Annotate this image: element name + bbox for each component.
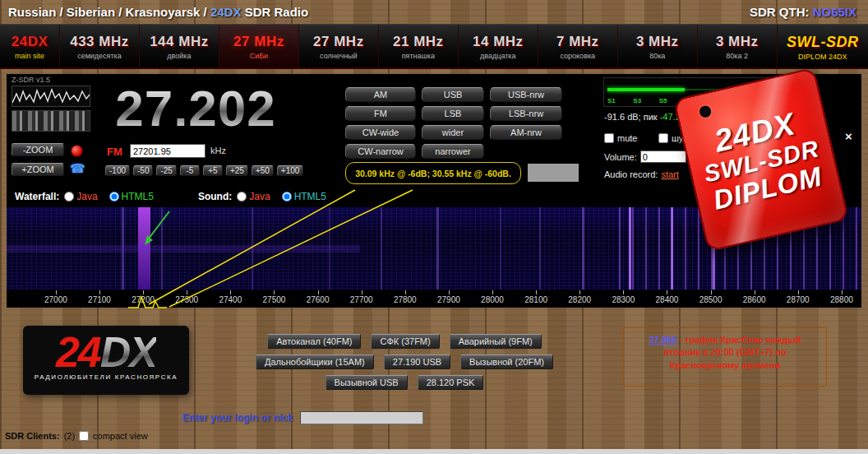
diploma-line2: SWL-SDR xyxy=(702,136,822,188)
nav-tab-24dx-main[interactable]: 24DX main site xyxy=(0,25,60,67)
nav-tab-sublabel: 80ка 2 xyxy=(726,52,748,60)
title-path: Russian / Siberian / Krasnoyarsk / xyxy=(8,5,207,19)
record-button[interactable] xyxy=(71,145,83,157)
preset-row: Вызывной USB 28.120 PSK xyxy=(235,375,574,390)
mode-button-usb-nrw[interactable]: USB-nrw xyxy=(490,87,562,102)
nav-tab-3mhz-80m[interactable]: 3 MHz 80ка xyxy=(618,25,698,67)
preset-row: Автоканал (40FM) СФК (37FM) Аварийный (9… xyxy=(235,334,574,349)
waterfall-html5-option[interactable]: HTML5 xyxy=(109,191,154,202)
title-brand: 24DX xyxy=(210,5,242,19)
mode-button-am-nrw[interactable]: AM-nrw xyxy=(490,125,562,140)
waterfall-java-label: Java xyxy=(76,191,97,202)
phone-icon[interactable]: ☎ xyxy=(70,161,85,176)
login-row: Enter your login or nick xyxy=(182,411,423,424)
sound-html5-label: HTML5 xyxy=(294,191,326,202)
noise-band xyxy=(7,245,360,252)
bandwidth-wider-button[interactable]: wider xyxy=(422,125,484,140)
qth-value-link[interactable]: NO65IX xyxy=(813,5,856,19)
level-db-value: -91.6 dB; xyxy=(604,112,641,122)
frequency-input[interactable] xyxy=(130,144,205,158)
scale-tick: 28200 xyxy=(568,295,591,308)
mode-button-fm[interactable]: FM xyxy=(345,106,416,121)
s-meter-signal-bar xyxy=(607,88,685,91)
volume-input[interactable] xyxy=(640,151,686,163)
mute-checkbox[interactable] xyxy=(604,133,614,143)
preset-calling-20fm[interactable]: Вызывной (20FM) xyxy=(460,354,553,369)
signal-trace xyxy=(436,207,439,290)
nav-tab-swl-sdr[interactable]: SWL-SDR DIPLOM 24DX xyxy=(778,25,868,67)
step-button-plus-50[interactable]: +50 xyxy=(252,165,274,176)
nav-tab-27mhz-cb[interactable]: 27 MHz СиБи xyxy=(219,25,299,67)
nav-tab-14mhz[interactable]: 14 MHz двадцатка xyxy=(459,25,538,67)
signal-trace xyxy=(582,207,584,290)
waterfall-java-option[interactable]: Java xyxy=(64,191,97,202)
audio-record-start-link[interactable]: start xyxy=(661,169,678,179)
nav-tab-27mhz-solar[interactable]: 27 MHz солнечный xyxy=(299,25,379,67)
preset-calling-usb[interactable]: Вызывной USB xyxy=(326,375,408,390)
login-input[interactable] xyxy=(300,411,423,424)
nav-tab-label: 3 MHz xyxy=(716,34,759,50)
mode-button-usb[interactable]: USB xyxy=(422,87,484,102)
scale-tick: 28100 xyxy=(524,295,547,308)
compact-view-label: compact view xyxy=(93,431,148,441)
sound-html5-radio[interactable] xyxy=(282,192,292,202)
sdr-version-label: Z-SDR v1.5 xyxy=(12,76,50,84)
notice-frequency-link[interactable]: 27.065 xyxy=(649,335,677,345)
mode-button-cw-wide[interactable]: CW-wide xyxy=(345,125,416,140)
preset-truckers-15am[interactable]: Дальнобойщики (15AM) xyxy=(256,354,374,369)
step-button-minus-50[interactable]: -50 xyxy=(133,165,153,176)
preset-28120-psk[interactable]: 28.120 PSK xyxy=(418,375,484,390)
mode-button-cw-narrow[interactable]: CW-narrow xyxy=(345,144,416,159)
step-button-minus-100[interactable]: -100 xyxy=(105,165,130,176)
mute-toggle[interactable]: mute xyxy=(604,133,637,143)
frequency-display-value: 27.202 xyxy=(115,79,276,137)
nav-tab-sublabel: 80ка xyxy=(649,52,665,60)
compact-view-checkbox[interactable] xyxy=(79,431,89,441)
logo-suffix: DX xyxy=(100,328,156,376)
page-bottom-strip xyxy=(0,449,868,454)
passband-display xyxy=(528,164,579,182)
bandwidth-narrower-button[interactable]: narrower xyxy=(422,144,484,159)
sound-java-radio[interactable] xyxy=(237,192,247,202)
step-button-minus-5[interactable]: -5 xyxy=(180,165,200,176)
waterfall-java-radio[interactable] xyxy=(64,192,74,202)
nav-tab-sublabel: пятнашка xyxy=(402,52,435,60)
mode-button-lsb[interactable]: LSB xyxy=(422,106,484,121)
nav-tab-label: SWL-SDR xyxy=(787,34,859,51)
clients-count: (2) xyxy=(64,431,75,441)
nav-tab-7mhz[interactable]: 7 MHz сороковка xyxy=(538,25,618,67)
sound-java-option[interactable]: Java xyxy=(237,191,270,202)
mode-badge: FM xyxy=(107,146,122,158)
preset-sfk-37fm[interactable]: СФК (37FM) xyxy=(371,334,439,349)
qth-locator: SDR QTH: NO65IX xyxy=(750,0,856,24)
sdr-radio-page: Russian / Siberian / Krasnoyarsk / 24DX … xyxy=(0,0,868,454)
nav-tab-433mhz[interactable]: 433 MHz семидесятка xyxy=(60,25,140,67)
page-header: Russian / Siberian / Krasnoyarsk / 24DX … xyxy=(0,0,868,24)
logo-caption: РАДИОЛЮБИТЕЛИ КРАСНОЯРСКА xyxy=(23,373,189,381)
nav-tab-sublabel: семидесятка xyxy=(77,52,122,60)
preset-emergency-9fm[interactable]: Аварийный (9FM) xyxy=(450,334,542,349)
preset-autochannel-40fm[interactable]: Автоканал (40FM) xyxy=(267,334,361,349)
step-button-plus-100[interactable]: +100 xyxy=(277,165,304,176)
site-logo: 24DX РАДИОЛЮБИТЕЛИ КРАСНОЯРСКА xyxy=(23,326,189,395)
zoom-in-button[interactable]: +ZOOM xyxy=(12,163,64,176)
squelch-checkbox[interactable] xyxy=(658,133,668,143)
nav-tab-144mhz[interactable]: 144 MHz двойка xyxy=(140,25,219,67)
mode-button-lsb-nrw[interactable]: LSB-nrw xyxy=(490,106,562,121)
preset-27190-usb[interactable]: 27.190 USB xyxy=(384,354,450,369)
s-meter-tick-label: S5 xyxy=(659,97,667,104)
nav-tab-sublabel: сороковка xyxy=(560,52,595,60)
step-button-minus-25[interactable]: -25 xyxy=(156,165,176,176)
bandwidth-info: 30.09 kHz @ -6dB; 30.55 kHz @ -60dB. xyxy=(345,162,521,184)
frequency-unit-label: kHz xyxy=(210,146,226,155)
nav-tab-3mhz-80m2[interactable]: 3 MHz 80ка 2 xyxy=(698,25,778,67)
waterfall-html5-radio[interactable] xyxy=(109,192,119,202)
close-icon[interactable]: × xyxy=(845,129,852,143)
nav-tab-21mhz[interactable]: 21 MHz пятнашка xyxy=(379,25,459,67)
display-controls: Waterfall: Java HTML5 Sound: Java HTML5 xyxy=(15,191,333,202)
step-button-plus-5[interactable]: +5 xyxy=(203,165,223,176)
sound-html5-option[interactable]: HTML5 xyxy=(282,191,326,202)
mode-button-am[interactable]: AM xyxy=(345,87,416,102)
zoom-out-button[interactable]: -ZOOM xyxy=(12,143,64,156)
step-button-plus-25[interactable]: +25 xyxy=(226,165,248,176)
